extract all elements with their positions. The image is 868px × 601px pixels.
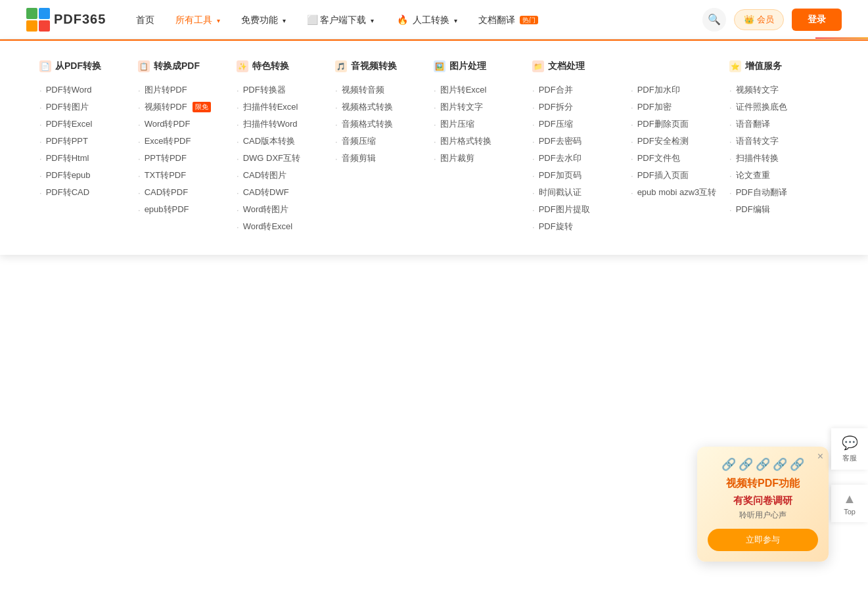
login-button[interactable]: 登录 xyxy=(792,9,842,31)
menu-col-title-to-pdf: 📋 转换成PDF xyxy=(138,60,230,72)
menu-item-img-compress[interactable]: 图片压缩 xyxy=(434,116,526,133)
menu-item-pdf-extract-img[interactable]: PDF图片提取 xyxy=(532,201,624,218)
nav-all-tools[interactable]: 所有工具 ▾ xyxy=(165,0,231,39)
nav-client-arrow: ▾ xyxy=(371,17,374,24)
menu-item-pdf-compress[interactable]: PDF压缩 xyxy=(532,116,624,133)
menu-col-value: ⭐ 增值服务 视频转文字 证件照换底色 语音翻译 语音转文字 扫描件转换 论文查… xyxy=(729,60,821,235)
menu-item-pdf-remove-watermark[interactable]: PDF去水印 xyxy=(532,150,624,167)
menu-item-cad-version[interactable]: CAD版本转换 xyxy=(237,133,329,150)
logo[interactable]: PDF365 xyxy=(26,8,106,32)
doc-icon: 📁 xyxy=(532,60,544,72)
menu-item-excel-to-pdf[interactable]: Excel转PDF xyxy=(138,133,230,150)
menu-item-video-format[interactable]: 视频格式转换 xyxy=(335,99,427,116)
menu-item-pdf-insert-page[interactable]: PDF插入页面 xyxy=(631,167,723,184)
menu-item-audio-format[interactable]: 音频格式转换 xyxy=(335,116,427,133)
nav: 首页 所有工具 ▾ 免费功能 ▾ ⬜ 客户端下载 ▾ 🔥 人工转换 ▾ 文档翻译… xyxy=(126,0,702,39)
nav-manual-arrow: ▾ xyxy=(454,17,457,24)
nav-all-tools-arrow: ▾ xyxy=(217,17,220,24)
menu-item-voice-translate[interactable]: 语音翻译 xyxy=(729,116,821,133)
menu-item-pdf-to-epub[interactable]: PDF转epub xyxy=(39,167,131,184)
menu-item-word-to-excel[interactable]: Word转Excel xyxy=(237,218,329,235)
menu-item-pdf-auto-translate[interactable]: PDF自动翻译 xyxy=(729,184,821,201)
menu-item-video-to-text[interactable]: 视频转文字 xyxy=(729,81,821,99)
menu-item-epub-mobi-azw3[interactable]: epub mobi azw3互转 xyxy=(631,184,723,201)
menu-item-id-photo[interactable]: 证件照换底色 xyxy=(729,99,821,116)
menu-col-from-pdf: 📄 从PDF转换 PDF转Word PDF转图片 PDF转Excel PDF转P… xyxy=(39,60,131,235)
menu-item-voice-to-text[interactable]: 语音转文字 xyxy=(729,133,821,150)
search-icon: 🔍 xyxy=(708,13,721,26)
menu-item-pdf-to-ppt[interactable]: PDF转PPT xyxy=(39,133,131,150)
menu-item-pdf-delete-page[interactable]: PDF删除页面 xyxy=(631,116,723,133)
menu-item-scan-to-excel[interactable]: 扫描件转Excel xyxy=(237,99,329,116)
nav-client-download[interactable]: ⬜ 客户端下载 ▾ xyxy=(296,0,384,39)
menu-item-word-to-pdf[interactable]: Word转PDF xyxy=(138,116,230,133)
menu-item-pdf-watermark[interactable]: PDF加水印 xyxy=(631,81,723,99)
menu-col-to-pdf: 📋 转换成PDF 图片转PDF 视频转PDF 限免 Word转PDF Excel… xyxy=(138,60,230,235)
menu-item-paper-check[interactable]: 论文查重 xyxy=(729,167,821,184)
menu-item-scan-convert[interactable]: 扫描件转换 xyxy=(729,150,821,167)
nav-home[interactable]: 首页 xyxy=(126,0,165,39)
menu-item-pdf-rotate[interactable]: PDF旋转 xyxy=(532,218,624,235)
menu-item-pdf-split[interactable]: PDF拆分 xyxy=(532,99,624,116)
menu-item-pdf-to-excel[interactable]: PDF转Excel xyxy=(39,116,131,133)
to-pdf-icon: 📋 xyxy=(138,60,150,72)
menu-item-cad-to-pdf[interactable]: CAD转PDF xyxy=(138,184,230,201)
menu-col-doc: 📁 文档处理 PDF合并 PDF拆分 PDF压缩 PDF去密码 PDF去水印 P… xyxy=(532,60,624,235)
nav-manual-convert[interactable]: 🔥 人工转换 ▾ xyxy=(384,0,468,39)
logo-text: PDF365 xyxy=(54,12,106,27)
menu-item-ppt-to-pdf[interactable]: PPT转PDF xyxy=(138,150,230,167)
search-button[interactable]: 🔍 xyxy=(702,8,726,32)
menu-item-pdf-merge[interactable]: PDF合并 xyxy=(532,81,624,99)
menu-item-pdf-file-pack[interactable]: PDF文件包 xyxy=(631,150,723,167)
value-icon: ⭐ xyxy=(729,60,741,72)
menu-item-epub-to-pdf[interactable]: epub转PDF xyxy=(138,201,230,218)
menu-col-title-value: ⭐ 增值服务 xyxy=(729,60,821,72)
menu-item-scan-to-word[interactable]: 扫描件转Word xyxy=(237,116,329,133)
menu-col-av: 🎵 音视频转换 视频转音频 视频格式转换 音频格式转换 音频压缩 音频剪辑 xyxy=(335,60,427,235)
nav-doc-translate[interactable]: 文档翻译 热门 xyxy=(468,0,549,39)
header-right: 🔍 👑 会员 登录 xyxy=(702,8,842,32)
vip-label: 会员 xyxy=(757,14,774,26)
av-icon: 🎵 xyxy=(335,60,347,72)
vip-button[interactable]: 👑 会员 xyxy=(734,9,784,30)
logo-icon xyxy=(26,8,50,32)
menu-item-cad-to-dwf[interactable]: CAD转DWF xyxy=(237,184,329,201)
menu-col-special: ✨ 特色转换 PDF转换器 扫描件转Excel 扫描件转Word CAD版本转换… xyxy=(237,60,329,235)
menu-item-timestamp[interactable]: 时间戳认证 xyxy=(532,184,624,201)
menu-item-audio-clip[interactable]: 音频剪辑 xyxy=(335,150,427,167)
menu-item-video-to-pdf[interactable]: 视频转PDF 限免 xyxy=(138,99,230,116)
vip-icon: 👑 xyxy=(744,14,754,24)
menu-item-dwg-dxf[interactable]: DWG DXF互转 xyxy=(237,150,329,167)
menu-item-pdf-add-page-num[interactable]: PDF加页码 xyxy=(532,167,624,184)
nav-free-arrow: ▾ xyxy=(283,17,286,24)
menu-item-pdf-remove-pwd[interactable]: PDF去密码 xyxy=(532,133,624,150)
header-accent-line xyxy=(815,37,868,39)
menu-item-img-format[interactable]: 图片格式转换 xyxy=(434,133,526,150)
menu-item-img-to-excel[interactable]: 图片转Excel xyxy=(434,81,526,99)
menu-item-img-to-pdf[interactable]: 图片转PDF xyxy=(138,81,230,99)
menu-item-img-crop[interactable]: 图片裁剪 xyxy=(434,150,526,167)
menu-item-pdf-edit[interactable]: PDF编辑 xyxy=(729,201,821,218)
nav-free[interactable]: 免费功能 ▾ xyxy=(231,0,296,39)
menu-item-pdf-to-html[interactable]: PDF转Html xyxy=(39,150,131,167)
menu-item-txt-to-pdf[interactable]: TXT转PDF xyxy=(138,167,230,184)
menu-item-pdf-converter[interactable]: PDF转换器 xyxy=(237,81,329,99)
download-icon: ⬜ xyxy=(307,0,318,39)
menu-item-video-to-audio[interactable]: 视频转音频 xyxy=(335,81,427,99)
limit-badge-video: 限免 xyxy=(193,102,211,112)
menu-item-pdf-to-cad[interactable]: PDF转CAD xyxy=(39,184,131,201)
menu-item-word-to-img[interactable]: Word转图片 xyxy=(237,201,329,218)
menu-item-audio-compress[interactable]: 音频压缩 xyxy=(335,133,427,150)
menu-item-cad-to-img[interactable]: CAD转图片 xyxy=(237,167,329,184)
menu-item-pdf-encrypt[interactable]: PDF加密 xyxy=(631,99,723,116)
menu-col-image: 🖼️ 图片处理 图片转Excel 图片转文字 图片压缩 图片格式转换 图片裁剪 xyxy=(434,60,526,235)
header: PDF365 首页 所有工具 ▾ 免费功能 ▾ ⬜ 客户端下载 ▾ 🔥 人工转换… xyxy=(0,0,868,39)
special-icon: ✨ xyxy=(237,60,248,72)
menu-item-pdf-security[interactable]: PDF安全检测 xyxy=(631,133,723,150)
menu-item-pdf-to-word[interactable]: PDF转Word xyxy=(39,81,131,99)
menu-item-img-to-text[interactable]: 图片转文字 xyxy=(434,99,526,116)
menu-col-title-image: 🖼️ 图片处理 xyxy=(434,60,526,72)
image-icon: 🖼️ xyxy=(434,60,445,72)
menu-item-pdf-to-img[interactable]: PDF转图片 xyxy=(39,99,131,116)
from-pdf-icon: 📄 xyxy=(39,60,51,72)
